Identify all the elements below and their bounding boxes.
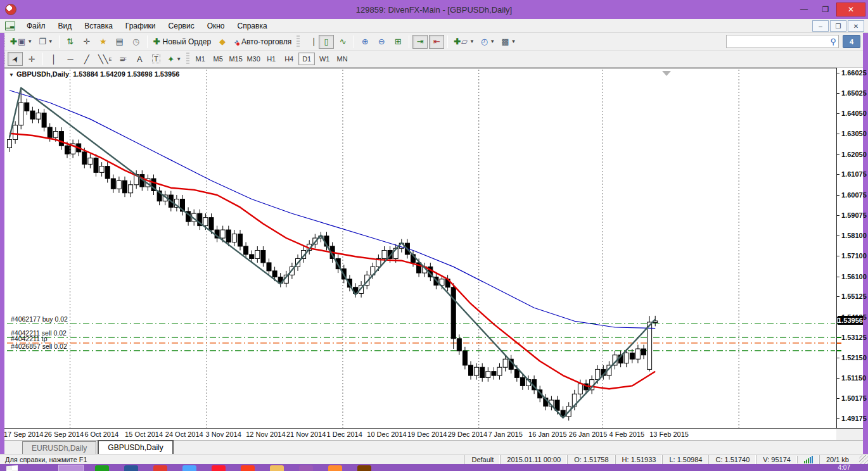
cursor-tool-button[interactable]: ➤ [8,52,23,66]
status-profile: Default [464,455,500,464]
chart-shift-button[interactable]: ⇤ [429,35,444,49]
timeframe-M1[interactable]: M1 [192,53,208,65]
new-chart-button[interactable]: ✚▣▼ [8,35,35,49]
candle-bearish [642,349,646,355]
text-tool-button[interactable]: A [132,52,147,66]
windows-taskbar[interactable]: 4:07 [0,464,868,471]
chart-plot[interactable]: #4062177 buy 0.02#4042211 sell 0.02#4042… [4,68,836,429]
candle-bearish [82,152,87,164]
taskbar-app-icon[interactable] [241,465,255,471]
chart-symbol-label: ▼GBPUSDh,Daily 1.53884 1.54209 1.53698 1… [9,70,179,78]
crosshair-tool-button[interactable]: ✛ [24,52,39,66]
scroll-to-end-icon[interactable] [662,71,671,76]
symbol-dropdown-icon[interactable]: ▼ [9,72,14,78]
line-chart-button[interactable]: ∿ [335,35,350,49]
chart-tabs-bar: EURUSDh,DailyGBPUSDh,Daily [4,440,863,454]
data-window-button[interactable]: ✛ [79,35,94,49]
timeframe-D1[interactable]: D1 [298,53,315,65]
timeframe-W1[interactable]: W1 [316,53,333,65]
chart-tab-GBPUSDh,Daily[interactable]: GBPUSDh,Daily [98,440,173,454]
toolbar-grip[interactable] [297,35,300,48]
auto-trading-button[interactable]: ◕Авто-торговля [231,35,294,49]
taskbar-app-icon[interactable] [95,465,109,471]
taskbar-app-icon[interactable] [124,465,138,471]
price-tick-mark [837,256,839,256]
price-tick-mark [837,236,839,236]
drawing-toolbar: ➤ ✛ │ ─ ╱ ╲╲E ≡F A T ✦▼ M1M5M15M30H1H4D1… [0,51,868,68]
arrows-tool-button[interactable]: ✦▼ [165,52,184,66]
menu-item-Окно[interactable]: Окно [201,20,231,32]
minimize-button[interactable]: ― [793,3,815,16]
candle-bearish [65,146,70,154]
terminal-button[interactable]: ▤ [112,35,127,49]
taskbar-app-icon[interactable] [328,465,342,471]
taskbar-app-icon[interactable] [270,465,284,471]
menu-item-Графики[interactable]: Графики [119,20,162,32]
timeframe-H1[interactable]: H1 [263,53,279,65]
timeframe-MN[interactable]: MN [334,53,350,65]
periods-button[interactable]: ◴▼ [478,35,497,49]
child-minimize-button[interactable]: – [812,20,829,32]
status-volume: V: 95174 [756,455,797,464]
menu-item-Вид[interactable]: Вид [52,20,79,32]
taskbar-app-icon[interactable] [212,465,226,471]
chart-area[interactable]: #4062177 buy 0.02#4042211 sell 0.02#4042… [4,68,836,429]
price-tick-label: 1.52150 [841,354,867,361]
candle-bearish [105,166,110,179]
menu-item-Вставка[interactable]: Вставка [78,20,119,32]
notifications-badge[interactable]: 4 [843,35,860,48]
auto-scroll-button[interactable]: ⇥ [412,35,428,49]
chart-tab-EURUSDh,Daily[interactable]: EURUSDh,Daily [22,441,96,454]
time-axis[interactable]: 17 Sep 201426 Sep 20146 Oct 201415 Oct 2… [4,429,836,440]
metaeditor-button[interactable]: ◆ [215,35,230,49]
indicators-button[interactable]: ✚▱▼ [451,35,477,49]
trendline-tool-button[interactable]: ╱ [79,52,94,66]
tile-windows-button[interactable]: ⊞ [390,35,405,49]
candle-bearish [492,372,496,375]
candlestick-chart-button[interactable]: ▯ [319,35,334,49]
timeframe-M30[interactable]: M30 [245,53,262,65]
search-input[interactable] [727,38,830,46]
window-title: 129859: DivenFX-Main - [GBPUSDh,Daily] [0,5,868,15]
timeframe-M5[interactable]: M5 [210,53,226,65]
taskbar-app-icon[interactable] [182,465,196,471]
taskbar-active-app[interactable] [58,465,84,471]
order-label: #4062177 buy 0.02 [11,315,68,323]
market-watch-button[interactable]: ⇅ [63,35,78,49]
horizontal-line-tool-button[interactable]: ─ [63,52,78,66]
timeframe-M15[interactable]: M15 [227,53,244,65]
zoom-in-button[interactable]: ⊕ [357,35,373,49]
vertical-line-tool-button[interactable]: │ [46,52,61,66]
status-help-text: Для справки, нажмите F1 [0,455,464,464]
taskbar-app-icon[interactable] [357,465,371,471]
chart-profiles-button[interactable]: ❐▼ [36,35,56,49]
navigator-button[interactable]: ★ [96,35,111,49]
date-tick-label: 24 Oct 2014 [165,430,203,438]
child-restore-button[interactable]: ❐ [830,20,846,32]
menu-item-Справка[interactable]: Справка [231,20,274,32]
timeframe-H4[interactable]: H4 [281,53,297,65]
candle-bullish [99,166,104,173]
resize-grip[interactable] [859,455,868,464]
zoom-out-button[interactable]: ⊖ [374,35,389,49]
channel-tool-button[interactable]: ╲╲E [96,52,114,66]
status-open: O: 1.51758 [567,455,615,464]
bar-chart-button[interactable]: ⎹ [302,35,317,49]
menu-item-Файл[interactable]: Файл [20,20,52,32]
taskbar-app-icon[interactable] [299,465,313,471]
close-button[interactable]: ✕ [836,3,865,16]
price-axis[interactable]: 1.660251.650251.640501.630501.620501.610… [836,68,863,429]
start-button[interactable] [6,465,18,471]
price-tick-label: 1.50175 [841,394,867,402]
new-order-button[interactable]: ✚Новый Ордер [151,35,214,49]
menu-item-Сервис[interactable]: Сервис [162,20,201,32]
taskbar-app-icon[interactable] [153,465,167,471]
restore-button[interactable]: ❐ [815,3,836,16]
child-close-button[interactable]: ✕ [848,20,864,32]
strategy-tester-button[interactable]: ◷ [129,35,144,49]
search-icon[interactable]: ⚲ [830,37,836,46]
fibonacci-tool-button[interactable]: ≡F [115,52,131,66]
toolbar-grip[interactable] [186,53,189,65]
text-label-tool-button[interactable]: T [148,52,163,66]
templates-button[interactable]: ▩▼ [499,35,518,49]
